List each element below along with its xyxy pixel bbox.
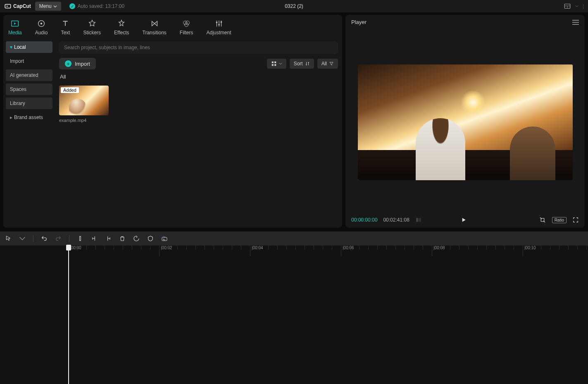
player-title: Player bbox=[351, 19, 367, 25]
trim-right-tool[interactable] bbox=[105, 235, 112, 242]
sidenav-spaces[interactable]: Spaces bbox=[6, 83, 52, 95]
sidenav-label: Library bbox=[10, 100, 25, 106]
sidenav-label: Import bbox=[10, 58, 24, 64]
redo-button[interactable] bbox=[55, 235, 62, 242]
svg-text:Pro: Pro bbox=[163, 236, 166, 238]
layout-button[interactable] bbox=[564, 2, 571, 10]
svg-point-6 bbox=[40, 23, 43, 25]
sidenav-library[interactable]: Library bbox=[6, 98, 52, 109]
chevron-down-icon bbox=[279, 62, 282, 65]
player-controls: 00:00:00:00 00:02:41:08 Ratio bbox=[345, 212, 585, 228]
auto-captions-tool[interactable]: Pro bbox=[161, 235, 168, 242]
sort-icon bbox=[305, 61, 310, 66]
tab-label: Effects bbox=[114, 30, 129, 36]
tab-filters[interactable]: Filters bbox=[177, 17, 196, 37]
menu-label: Menu bbox=[39, 3, 52, 9]
svg-rect-14 bbox=[274, 62, 276, 63]
timeline-panel: Pro |00:00 |00:02 |00:04 |00:06 |00:08 |… bbox=[0, 231, 588, 384]
tab-stickers[interactable]: Stickers bbox=[81, 17, 103, 37]
grid-view-button[interactable] bbox=[267, 59, 286, 69]
player-menu-button[interactable] bbox=[572, 20, 579, 25]
filter-label: All bbox=[321, 61, 327, 67]
svg-point-10 bbox=[216, 21, 217, 23]
player-preview[interactable] bbox=[358, 64, 573, 180]
titlebar: CapCut Menu ✓ Auto saved: 13:17:00 0322 … bbox=[0, 0, 588, 12]
plus-icon: + bbox=[65, 60, 71, 67]
app-logo: CapCut bbox=[4, 2, 31, 10]
project-title[interactable]: 0322 (2) bbox=[285, 3, 303, 9]
library-sidenav: ▾Local Import AI generated Spaces Librar… bbox=[3, 37, 55, 228]
timeline-toolbar: Pro bbox=[0, 231, 588, 246]
svg-rect-13 bbox=[271, 62, 273, 63]
sidenav-ai[interactable]: AI generated bbox=[6, 69, 52, 81]
reverse-tool[interactable] bbox=[133, 235, 140, 242]
sidenav-label: Spaces bbox=[10, 86, 26, 92]
svg-point-12 bbox=[220, 21, 222, 23]
filter-all-button[interactable]: All bbox=[317, 59, 338, 69]
hamburger-icon bbox=[572, 20, 579, 25]
delete-tool[interactable] bbox=[119, 235, 126, 242]
tab-label: Adjustment bbox=[206, 30, 231, 36]
play-button[interactable] bbox=[460, 217, 467, 223]
svg-rect-20 bbox=[80, 236, 81, 241]
svg-rect-18 bbox=[419, 218, 421, 222]
chevron-down-icon bbox=[53, 5, 57, 8]
media-section-label: All bbox=[59, 74, 338, 80]
tab-audio[interactable]: Audio bbox=[33, 17, 50, 37]
timecode-current: 00:00:00:00 bbox=[351, 217, 377, 223]
sidenav-import[interactable]: Import bbox=[6, 55, 52, 67]
grid-icon bbox=[271, 61, 277, 67]
split-tool[interactable] bbox=[77, 235, 83, 242]
timecode-duration: 00:02:41:08 bbox=[383, 217, 409, 223]
app-name: CapCut bbox=[13, 3, 31, 9]
sidenav-label: Brand assets bbox=[14, 114, 43, 120]
sort-label: Sort bbox=[294, 61, 303, 67]
sidenav-brand[interactable]: ▸Brand assets bbox=[6, 112, 52, 123]
tab-adjustment[interactable]: Adjustment bbox=[204, 17, 233, 37]
trim-left-tool[interactable] bbox=[91, 235, 98, 242]
tab-label: Transitions bbox=[143, 30, 167, 36]
compare-button[interactable] bbox=[415, 217, 422, 223]
ruler-tick: |00:02 bbox=[159, 246, 172, 256]
ruler-tick: |00:06 bbox=[341, 246, 354, 256]
ruler-tick: |00:10 bbox=[523, 246, 536, 256]
timeline-ruler[interactable]: |00:00 |00:02 |00:04 |00:06 |00:08 |00:1… bbox=[68, 246, 588, 256]
tab-transitions[interactable]: Transitions bbox=[140, 17, 169, 37]
playhead[interactable] bbox=[68, 246, 69, 384]
tab-text[interactable]: Text bbox=[58, 17, 72, 37]
tab-effects[interactable]: Effects bbox=[112, 17, 131, 37]
player-panel: Player 00:00:00:00 00:02:41:08 Ratio bbox=[345, 15, 585, 228]
library-tabs: Media Audio Text Stickers Effects Transi… bbox=[3, 15, 342, 37]
sidenav-local[interactable]: ▾Local bbox=[6, 41, 52, 53]
import-button[interactable]: + Import bbox=[59, 58, 96, 69]
filter-icon bbox=[329, 61, 334, 66]
media-thumbnail[interactable]: Added bbox=[59, 86, 109, 115]
tab-label: Stickers bbox=[83, 30, 101, 36]
ratio-button[interactable]: Ratio bbox=[552, 217, 567, 223]
sidenav-label: Local bbox=[14, 44, 26, 50]
fullscreen-button[interactable] bbox=[572, 217, 579, 223]
chevron-down-icon bbox=[19, 235, 26, 242]
svg-rect-17 bbox=[416, 218, 418, 222]
check-icon: ✓ bbox=[69, 3, 75, 9]
media-card[interactable]: Added example.mp4 bbox=[59, 86, 109, 123]
mask-tool[interactable] bbox=[147, 235, 154, 242]
crop-button[interactable] bbox=[539, 216, 546, 224]
import-label: Import bbox=[75, 61, 90, 67]
ruler-tick: |00:08 bbox=[432, 246, 445, 256]
sort-button[interactable]: Sort bbox=[290, 59, 314, 69]
tab-label: Audio bbox=[35, 30, 48, 36]
tab-media[interactable]: Media bbox=[6, 17, 24, 37]
ruler-tick: |00:04 bbox=[250, 246, 263, 256]
undo-button[interactable] bbox=[41, 235, 48, 242]
media-library-panel: Media Audio Text Stickers Effects Transi… bbox=[3, 15, 342, 228]
autosave-status: ✓ Auto saved: 13:17:00 bbox=[69, 3, 124, 9]
select-tool[interactable] bbox=[5, 235, 12, 242]
autosave-text: Auto saved: 13:17:00 bbox=[78, 3, 124, 9]
menu-button[interactable]: Menu bbox=[35, 2, 61, 11]
capcut-icon bbox=[4, 2, 12, 10]
tab-label: Filters bbox=[180, 30, 193, 36]
svg-rect-16 bbox=[274, 64, 276, 66]
search-input[interactable] bbox=[59, 41, 338, 54]
tab-label: Text bbox=[61, 30, 70, 36]
